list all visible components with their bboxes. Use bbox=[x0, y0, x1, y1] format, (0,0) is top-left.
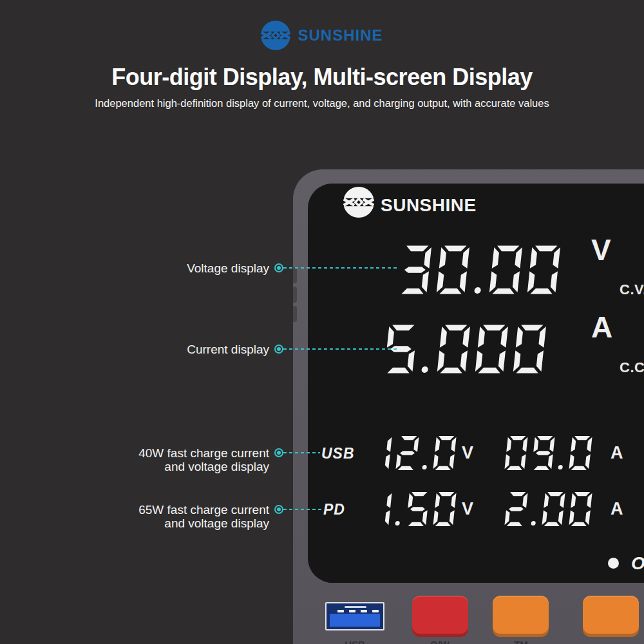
pd-voltage-unit: V bbox=[462, 499, 473, 519]
output-indicator-dot bbox=[608, 558, 619, 569]
device-screen: SUNSHINE V C.V. A C.C. USB V A PD V A O bbox=[308, 184, 644, 583]
callout-label: 65W fast charge current and voltage disp… bbox=[76, 503, 269, 530]
port-label-usb: USB bbox=[345, 639, 365, 644]
device-side-button bbox=[293, 287, 297, 303]
usb-voltage-display bbox=[368, 435, 457, 471]
sunshine-logo-icon bbox=[343, 187, 374, 218]
page-subtitle: Independent high-definition display of c… bbox=[0, 97, 644, 109]
callout-voltage-display: Voltage display bbox=[76, 261, 399, 275]
cv-mode-label: C.V. bbox=[620, 281, 644, 298]
pd-channel-label: PD bbox=[323, 501, 345, 518]
orange-function-button bbox=[493, 596, 549, 637]
device-side-button bbox=[293, 306, 297, 322]
usb-port-highlight bbox=[345, 606, 366, 608]
output-indicator-label: O bbox=[631, 553, 644, 574]
usb-pin bbox=[337, 610, 344, 612]
usb-pin bbox=[372, 610, 379, 612]
pd-current-unit: A bbox=[611, 499, 623, 519]
usb-voltage-unit: V bbox=[462, 443, 473, 463]
callout-marker-icon bbox=[274, 345, 283, 354]
usb-current-display bbox=[504, 435, 592, 471]
usb-pin bbox=[349, 610, 355, 612]
usb-channel-label: USB bbox=[321, 445, 355, 462]
usb-port-tongue bbox=[330, 614, 380, 627]
orange-function-button bbox=[583, 596, 639, 637]
power-supply-device: SUNSHINE V C.V. A C.C. USB V A PD V A O bbox=[293, 169, 644, 644]
callout-current-display: Current display bbox=[76, 343, 399, 356]
voltage-seven-segment-display bbox=[397, 245, 562, 295]
cc-mode-label: C.C. bbox=[620, 359, 644, 376]
callout-marker-icon bbox=[274, 448, 283, 457]
callout-40w-fast-charge: 40W fast charge current and voltage disp… bbox=[76, 446, 320, 473]
callout-label: Current display bbox=[76, 343, 269, 356]
callout-leader-line bbox=[283, 452, 320, 453]
sunshine-logo-icon bbox=[261, 21, 290, 50]
callout-label: Voltage display bbox=[76, 261, 269, 275]
port-label-ow: O/W bbox=[430, 639, 450, 644]
page-title: Four-digit Display, Multi-screen Display bbox=[0, 64, 644, 91]
current-seven-segment-display bbox=[383, 324, 547, 374]
header-brand-row: SUNSHINE bbox=[0, 21, 644, 50]
usb-pin bbox=[361, 610, 367, 612]
pd-current-display bbox=[504, 491, 592, 527]
callout-65w-fast-charge: 65W fast charge current and voltage disp… bbox=[76, 503, 322, 530]
callout-leader-line bbox=[283, 267, 399, 269]
red-power-button bbox=[412, 596, 468, 637]
brand-name: SUNSHINE bbox=[298, 26, 383, 44]
callout-leader-line bbox=[283, 348, 399, 350]
callout-marker-icon bbox=[274, 263, 283, 272]
port-label-tm: TM bbox=[514, 639, 528, 644]
callout-leader-line bbox=[283, 509, 322, 510]
callout-marker-icon bbox=[274, 505, 283, 514]
usb-a-port bbox=[325, 602, 384, 630]
usb-current-unit: A bbox=[611, 443, 623, 463]
pd-voltage-display bbox=[368, 491, 457, 527]
current-unit: A bbox=[591, 310, 612, 345]
screen-brand-name: SUNSHINE bbox=[381, 195, 477, 216]
callout-label: 40W fast charge current and voltage disp… bbox=[76, 446, 269, 473]
voltage-unit: V bbox=[591, 232, 611, 267]
